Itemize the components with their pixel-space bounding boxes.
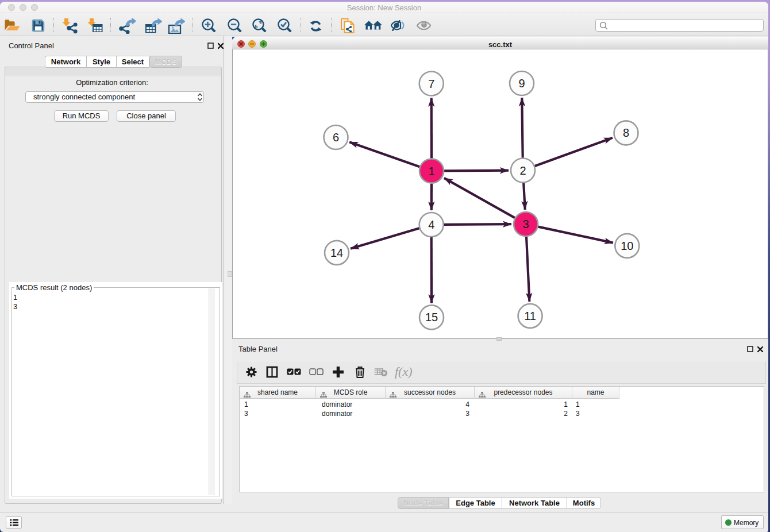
svg-text:6: 6 bbox=[333, 131, 339, 144]
svg-text:10: 10 bbox=[621, 240, 633, 252]
svg-text:1: 1 bbox=[428, 165, 434, 178]
svg-text:14: 14 bbox=[330, 246, 343, 259]
svg-text:9: 9 bbox=[518, 77, 525, 90]
svg-text:15: 15 bbox=[425, 311, 438, 323]
svg-text:4: 4 bbox=[428, 218, 434, 231]
svg-text:8: 8 bbox=[623, 126, 629, 139]
svg-text:3: 3 bbox=[522, 218, 529, 230]
svg-text:2: 2 bbox=[519, 164, 526, 177]
svg-text:7: 7 bbox=[428, 78, 434, 90]
svg-text:11: 11 bbox=[524, 310, 536, 322]
